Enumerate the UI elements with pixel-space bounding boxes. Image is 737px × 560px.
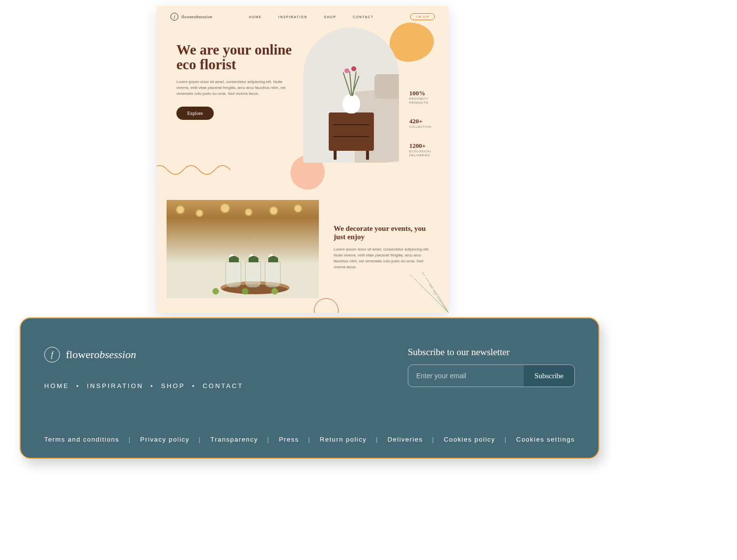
sep-icon: | bbox=[199, 436, 201, 443]
stat-value: 420+ bbox=[409, 117, 439, 125]
newsletter: Subscribe to our newsletter Subscribe bbox=[408, 347, 575, 387]
footer-logo[interactable]: f flowerobsession bbox=[44, 347, 243, 363]
legal-deliveries[interactable]: Deliveries bbox=[388, 436, 423, 443]
footer-card: f flowerobsession HOME● INSPIRATION● SHO… bbox=[20, 317, 599, 459]
legal-press[interactable]: Press bbox=[279, 436, 299, 443]
newsletter-email-input[interactable] bbox=[408, 365, 524, 387]
dot-icon: ● bbox=[150, 384, 154, 388]
stat-proximity: 100% PROXIMITY PRODUCTS bbox=[409, 89, 439, 105]
footer-nav-home[interactable]: HOME bbox=[44, 382, 69, 390]
sep-icon: | bbox=[505, 436, 507, 443]
ring-icon bbox=[314, 298, 339, 313]
legal-privacy[interactable]: Privacy policy bbox=[140, 436, 189, 443]
footer-top: f flowerobsession HOME● INSPIRATION● SHO… bbox=[44, 347, 575, 390]
nav-shop[interactable]: SHOP bbox=[324, 15, 337, 19]
landing-card: f flowerobsession HOME INSPIRATION SHOP … bbox=[157, 6, 449, 313]
squiggle-icon bbox=[157, 160, 230, 180]
events-image bbox=[167, 200, 319, 298]
dot-icon: ● bbox=[76, 384, 80, 388]
svg-point-0 bbox=[408, 273, 410, 275]
footer-nav: HOME● INSPIRATION● SHOP● CONTACT bbox=[44, 382, 243, 390]
svg-point-2 bbox=[417, 280, 419, 282]
stat-value: 100% bbox=[409, 89, 439, 97]
brand-logo[interactable]: f flowerobsession bbox=[170, 13, 212, 21]
newsletter-title: Subscribe to our newsletter bbox=[408, 347, 575, 358]
events-title: We decorate your events, you just enjoy bbox=[334, 224, 432, 242]
sep-icon: | bbox=[267, 436, 270, 443]
sep-icon: | bbox=[129, 436, 131, 443]
legal-links: Terms and conditions| Privacy policy| Tr… bbox=[44, 436, 575, 443]
svg-point-6 bbox=[432, 288, 434, 290]
footer-nav-contact[interactable]: CONTACT bbox=[202, 382, 243, 390]
footer-nav-shop[interactable]: SHOP bbox=[161, 382, 185, 390]
nav-inspiration[interactable]: INSPIRATION bbox=[279, 15, 308, 19]
legal-terms[interactable]: Terms and conditions bbox=[44, 436, 119, 443]
newsletter-form: Subscribe bbox=[408, 364, 575, 387]
subscribe-button[interactable]: Subscribe bbox=[524, 365, 574, 387]
stat-label: ECOLOGICAL DELIVERIES bbox=[409, 150, 439, 157]
brand-name: flowerobsession bbox=[66, 348, 136, 361]
dot-icon: ● bbox=[192, 384, 196, 388]
footer-nav-inspiration[interactable]: INSPIRATION bbox=[87, 382, 143, 390]
events-section: We decorate your events, you just enjoy … bbox=[157, 200, 449, 313]
svg-point-4 bbox=[424, 276, 426, 278]
sep-icon: | bbox=[376, 436, 378, 443]
svg-point-1 bbox=[412, 277, 414, 279]
stat-label: PROXIMITY PRODUCTS bbox=[409, 97, 439, 105]
logo-mark-icon: f bbox=[44, 347, 60, 363]
sep-icon: | bbox=[432, 436, 435, 443]
sprig-icon bbox=[395, 269, 449, 313]
events-body: Lorem ipsum dolor sit amet, consectetur … bbox=[334, 247, 432, 270]
hero-section: We are your online eco florist Lorem ips… bbox=[157, 28, 449, 190]
hero-image bbox=[303, 28, 399, 163]
primary-nav: HOME INSPIRATION SHOP CONTACT bbox=[228, 15, 395, 19]
stat-label: COLLECTION bbox=[409, 125, 439, 129]
stat-value: 1200+ bbox=[409, 142, 439, 150]
stat-collection: 420+ COLLECTION bbox=[409, 117, 439, 129]
blob-orange-icon bbox=[390, 23, 434, 62]
svg-point-3 bbox=[421, 270, 423, 272]
vip-button[interactable]: I'M VIP bbox=[410, 13, 435, 20]
sep-icon: | bbox=[308, 436, 311, 443]
hero-title: We are your online eco florist bbox=[176, 42, 299, 72]
svg-point-7 bbox=[436, 295, 438, 297]
legal-returns[interactable]: Return policy bbox=[320, 436, 367, 443]
legal-cookies-settings[interactable]: Cookies settings bbox=[516, 436, 575, 443]
events-copy: We decorate your events, you just enjoy … bbox=[334, 224, 432, 270]
stat-deliveries: 1200+ ECOLOGICAL DELIVERIES bbox=[409, 142, 439, 157]
legal-cookies[interactable]: Cookies policy bbox=[444, 436, 495, 443]
legal-transparency[interactable]: Transparency bbox=[210, 436, 258, 443]
footer-left: f flowerobsession HOME● INSPIRATION● SHO… bbox=[44, 347, 243, 390]
hero-body: Lorem ipsum dolor sit amet, consectetur … bbox=[176, 79, 289, 97]
nav-contact[interactable]: CONTACT bbox=[353, 15, 373, 19]
nav-home[interactable]: HOME bbox=[249, 15, 262, 19]
svg-point-5 bbox=[428, 282, 430, 284]
stats-column: 100% PROXIMITY PRODUCTS 420+ COLLECTION … bbox=[409, 89, 439, 157]
brand-name: flowerobsession bbox=[181, 14, 212, 19]
explore-button[interactable]: Explore bbox=[176, 107, 214, 120]
logo-mark-icon: f bbox=[170, 13, 178, 21]
